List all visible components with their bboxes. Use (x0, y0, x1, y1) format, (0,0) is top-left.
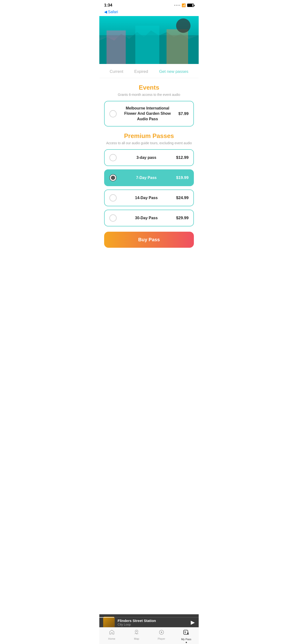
pass-card-14-day[interactable]: 14-Day Pass $24.99 (104, 190, 194, 206)
tab-navigation: Current Expired Get new passes (99, 64, 199, 78)
pass-price-7-day: $19.99 (176, 176, 189, 180)
hero-banner (99, 16, 199, 64)
radio-14-day[interactable] (109, 194, 117, 202)
pass-price-14-day: $24.99 (176, 196, 189, 200)
pass-price-3-day: $12.99 (176, 155, 189, 160)
status-time: 1:34 (104, 3, 112, 8)
hero-overlay (99, 16, 199, 64)
safari-back-button[interactable]: ◀ Safari (104, 10, 194, 14)
premium-subtitle: Access to all our audio guide tours, exc… (104, 141, 194, 145)
signal-dots-icon (174, 5, 180, 6)
events-subtitle: Grants 6-month access to the event audio (104, 93, 194, 96)
radio-3-day[interactable] (109, 154, 117, 161)
radio-inner-7-day (111, 176, 115, 180)
content-area: Events Grants 6-month access to the even… (99, 84, 199, 248)
pass-name-3-day: 3-day pass (117, 155, 176, 160)
safari-back-label: Safari (108, 10, 118, 14)
premium-passes-section: Premium Passes Access to all our audio g… (104, 132, 194, 248)
events-title: Events (104, 84, 194, 91)
status-icons: 📶 (174, 3, 194, 7)
pass-price-30-day: $29.99 (176, 216, 189, 220)
pass-card-melbourne-show[interactable]: Melbourne InternationalFlower And Garden… (104, 101, 194, 126)
status-bar: 1:34 📶 (99, 0, 199, 9)
radio-7-day[interactable] (109, 174, 117, 181)
pass-card-7-day[interactable]: 7-Day Pass $19.99 (104, 170, 194, 186)
battery-icon (187, 4, 194, 7)
pass-name-melbourne-show: Melbourne InternationalFlower And Garden… (117, 106, 178, 122)
pass-name-7-day: 7-Day Pass (117, 176, 176, 180)
main-content: Events Grants 6-month access to the even… (99, 78, 199, 286)
pass-card-30-day[interactable]: 30-Day Pass $29.99 (104, 210, 194, 226)
events-section: Events Grants 6-month access to the even… (104, 84, 194, 126)
tab-get-new-passes[interactable]: Get new passes (157, 68, 190, 75)
tab-current[interactable]: Current (108, 68, 125, 75)
wifi-icon: 📶 (182, 3, 186, 7)
premium-title: Premium Passes (104, 132, 194, 140)
hero-building-art (99, 16, 199, 64)
pass-card-3-day[interactable]: 3-day pass $12.99 (104, 149, 194, 166)
radio-30-day[interactable] (109, 214, 117, 222)
pass-name-14-day: 14-Day Pass (117, 196, 176, 200)
buy-pass-button[interactable]: Buy Pass (104, 232, 194, 248)
pass-price-melbourne-show: $7.99 (178, 112, 189, 116)
pass-name-30-day: 30-Day Pass (117, 216, 176, 221)
tab-expired[interactable]: Expired (132, 68, 150, 75)
safari-bar: ◀ Safari (99, 9, 199, 16)
radio-melbourne-show[interactable] (109, 110, 117, 118)
back-arrow-icon: ◀ (104, 10, 107, 14)
